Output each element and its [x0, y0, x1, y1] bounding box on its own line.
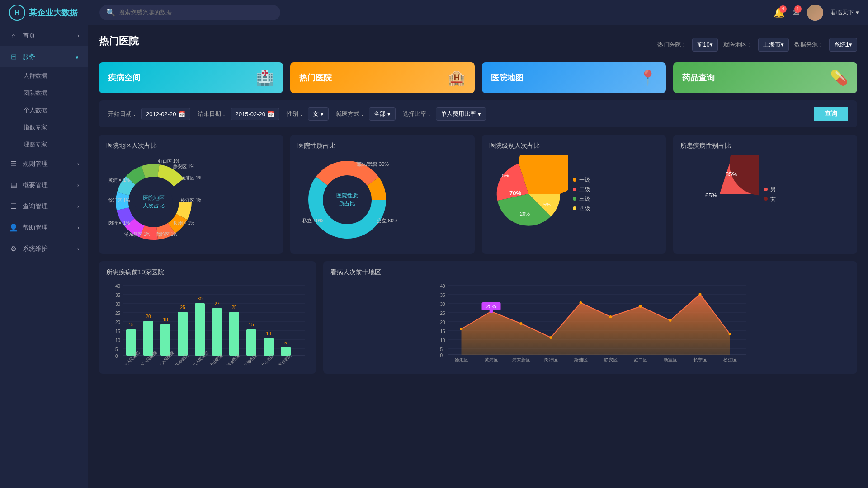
- svg-text:松江区 1%: 松江区 1%: [181, 198, 201, 203]
- avatar[interactable]: [807, 5, 823, 21]
- ratio-field: 选择比率： 单人费用比率 ▾: [403, 107, 486, 121]
- home-icon: ⌂: [9, 32, 18, 40]
- start-date-label: 开始日期：: [108, 110, 137, 118]
- rules-icon: ☰: [9, 160, 18, 168]
- svg-text:30: 30: [115, 302, 121, 307]
- sidebar-item-service[interactable]: ⊞ 服务 ∨: [0, 46, 88, 67]
- disease-icon: 🏥: [256, 69, 274, 86]
- sidebar-item-query[interactable]: ☰ 查询管理 ›: [0, 196, 88, 217]
- sidebar-item-crowd-data[interactable]: 人群数据: [24, 67, 88, 84]
- svg-text:徐汇区: 徐汇区: [455, 357, 468, 362]
- svg-text:20%: 20%: [520, 211, 530, 216]
- hospital-icon: 🏨: [448, 69, 466, 86]
- nav-card-disease[interactable]: 疾病空间 🏥: [99, 62, 283, 93]
- svg-text:闵行区: 闵行区: [544, 357, 558, 362]
- query-button[interactable]: 查询: [814, 107, 848, 121]
- area-pie-card: 医院地区人次占比: [99, 135, 283, 254]
- sidebar-item-team-data[interactable]: 团队数据: [24, 84, 88, 102]
- query-bar: 开始日期： 2012-02-20 📅 结束日期： 2015-02-20 📅 性别…: [99, 100, 857, 127]
- sidebar-label-rules: 规则管理: [23, 160, 48, 168]
- svg-text:35%: 35%: [726, 171, 737, 178]
- svg-point-111: [550, 336, 552, 339]
- disease-label: 疾病空间: [108, 72, 141, 83]
- source-filter[interactable]: 系统1▾: [829, 38, 857, 52]
- svg-text:闵行区 1%: 闵行区 1%: [108, 221, 130, 225]
- sidebar-label-help: 帮助管理: [23, 224, 48, 232]
- svg-point-112: [580, 301, 582, 304]
- chevron-icon: ›: [77, 33, 79, 39]
- search-input[interactable]: [119, 9, 274, 16]
- svg-text:医院地区: 医院地区: [143, 195, 165, 201]
- svg-text:25: 25: [231, 305, 237, 310]
- sidebar-item-help[interactable]: 👤 帮助管理 ›: [0, 217, 88, 238]
- svg-text:27: 27: [214, 301, 220, 306]
- ratio-select[interactable]: 单人费用比率 ▾: [436, 107, 486, 121]
- nav-card-hospital[interactable]: 热门医院 🏨: [290, 62, 474, 93]
- svg-rect-59: [143, 321, 153, 356]
- sidebar-item-rules[interactable]: ☰ 规则管理 ›: [0, 153, 88, 174]
- gender-select[interactable]: 女 ▾: [308, 107, 329, 121]
- svg-text:35: 35: [440, 293, 446, 298]
- search-bar[interactable]: 🔍: [99, 5, 280, 20]
- svg-text:40: 40: [440, 284, 446, 289]
- hotspot-filter[interactable]: 前10▾: [692, 38, 717, 52]
- region-area-card: 看病人次前十地区 40 35 30 25 20 15 10 5 0: [323, 261, 857, 374]
- main-container: ⌂ 首页 › ⊞ 服务 ∨ 人群数据 团队数据 个人数据 指数专家 理赔专家 ☰…: [0, 25, 868, 488]
- sidebar-item-sys[interactable]: ⚙ 系统维护 ›: [0, 238, 88, 259]
- header-right: 🔔 4 ✉ 1 君临天下 ▾: [774, 5, 859, 21]
- svg-text:25: 25: [440, 311, 446, 316]
- svg-text:30: 30: [197, 296, 203, 301]
- visit-method-label: 就医方式：: [336, 110, 365, 118]
- svg-text:普陀区 1%: 普陀区 1%: [156, 232, 177, 237]
- svg-rect-73: [264, 338, 274, 356]
- nature-pie-card: 医院性质占比 医院性质 质占比 部队/武警 30% 公立 60%: [290, 135, 474, 254]
- area-pie-title: 医院地区人次占比: [106, 142, 276, 150]
- sidebar-label-home: 首页: [23, 32, 35, 40]
- sidebar: ⌂ 首页 › ⊞ 服务 ∨ 人群数据 团队数据 个人数据 指数专家 理赔专家 ☰…: [0, 25, 88, 488]
- page-title: 热门医院: [99, 34, 139, 48]
- region-filter[interactable]: 上海市▾: [758, 38, 789, 52]
- nav-card-map[interactable]: 医院地图 📍: [482, 62, 666, 93]
- svg-rect-67: [212, 308, 222, 356]
- end-date-input[interactable]: 2015-02-20 📅: [231, 108, 280, 120]
- notification-badge: 4: [779, 5, 787, 13]
- svg-text:静安区 1%: 静安区 1%: [173, 164, 194, 169]
- svg-text:5%: 5%: [502, 173, 509, 178]
- service-icon: ⊞: [9, 52, 18, 61]
- sidebar-item-index-expert[interactable]: 指数专家: [24, 119, 88, 136]
- svg-text:15: 15: [249, 322, 254, 327]
- sidebar-item-claim-expert[interactable]: 理赔专家: [24, 136, 88, 153]
- hotspot-label: 热门医院：: [657, 41, 687, 49]
- svg-text:10: 10: [440, 338, 446, 343]
- hospital-bar-title: 所患疾病前10家医院: [106, 268, 309, 277]
- username[interactable]: 君临天下 ▾: [830, 9, 859, 17]
- svg-text:斯浦区: 斯浦区: [574, 357, 588, 362]
- sidebar-item-overview[interactable]: ▤ 概要管理 ›: [0, 174, 88, 196]
- top-filters: 热门医院： 前10▾ 就医地区： 上海市▾ 数据来源： 系统1▾: [657, 38, 857, 52]
- end-date-field: 结束日期： 2015-02-20 📅: [198, 108, 280, 120]
- start-date-input[interactable]: 2012-02-20 📅: [141, 108, 190, 120]
- mail-icon[interactable]: ✉ 1: [792, 7, 800, 18]
- visit-method-select[interactable]: 全部 ▾: [369, 107, 396, 121]
- svg-text:25: 25: [115, 311, 121, 316]
- level-pie-title: 医院级别人次占比: [489, 142, 659, 150]
- bell-icon[interactable]: 🔔 4: [774, 7, 785, 18]
- svg-text:20: 20: [440, 320, 446, 325]
- sidebar-label-service: 服务: [23, 53, 35, 61]
- region-area-title: 看病人次前十地区: [330, 268, 850, 277]
- overview-icon: ▤: [9, 181, 18, 189]
- svg-rect-71: [246, 329, 256, 356]
- sidebar-item-personal-data[interactable]: 个人数据: [24, 102, 88, 119]
- svg-text:部队/武警 30%: 部队/武警 30%: [356, 161, 389, 167]
- sys-icon: ⚙: [9, 244, 18, 253]
- svg-text:静安区: 静安区: [604, 357, 618, 362]
- svg-text:松江区: 松江区: [723, 357, 737, 362]
- svg-text:医院性质: 医院性质: [336, 192, 358, 199]
- nav-card-drug[interactable]: 药品查询 💊: [673, 62, 857, 93]
- svg-point-114: [639, 305, 642, 308]
- sidebar-item-home[interactable]: ⌂ 首页 ›: [0, 25, 88, 46]
- map-label: 医院地图: [491, 72, 524, 83]
- logo-icon: H: [9, 5, 25, 21]
- gender-field: 性别： 女 ▾: [287, 107, 329, 121]
- svg-text:虹口区: 虹口区: [634, 357, 647, 362]
